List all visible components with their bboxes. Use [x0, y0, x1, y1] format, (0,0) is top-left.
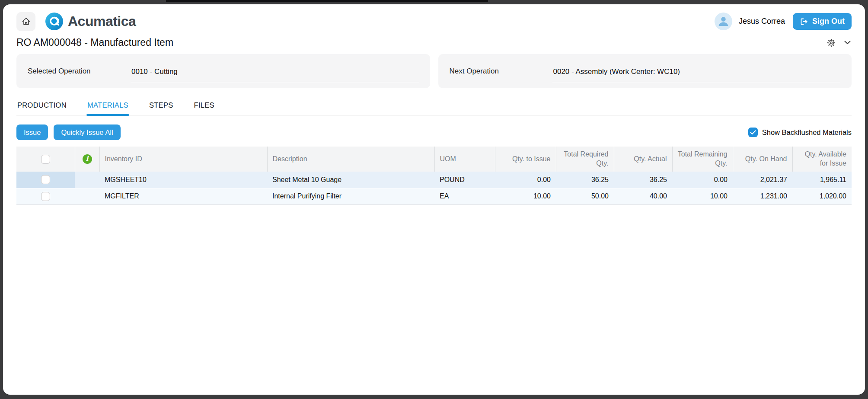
column-header-qty-available-for-issue[interactable]: Qty. Available for Issue	[792, 147, 852, 172]
sign-out-button[interactable]: Sign Out	[793, 13, 852, 30]
settings-gear-icon[interactable]	[826, 37, 837, 48]
column-header-description[interactable]: Description	[267, 147, 434, 172]
chevron-down-icon[interactable]	[843, 40, 852, 45]
next-operation-label: Next Operation	[450, 67, 552, 76]
row-checkbox[interactable]	[41, 175, 50, 184]
cell-qty-to-issue: 0.00	[495, 172, 556, 188]
operation-panels: Selected Operation 0010 - Cutting Next O…	[16, 54, 852, 88]
info-icon: i	[83, 154, 92, 164]
user-avatar-icon	[715, 13, 732, 30]
cell-total-remaining: 10.00	[672, 188, 733, 204]
header-row: i Inventory ID Description UOM Qty. to I…	[16, 147, 852, 172]
acumatica-logo-text: Acumatica	[68, 13, 136, 29]
home-icon	[21, 16, 31, 26]
cell-qty-available: 1,965.11	[792, 172, 852, 188]
table-row[interactable]: MGSHEET10 Sheet Metal 10 Guage POUND 0.0…	[16, 172, 852, 188]
tab-files[interactable]: FILES	[193, 101, 215, 115]
table-row[interactable]: MGFILTER Internal Purifying Filter EA 10…	[16, 188, 852, 204]
show-backflushed-label: Show Backflushed Materials	[762, 128, 852, 137]
selected-operation-value[interactable]: 0010 - Cutting	[131, 67, 419, 82]
top-bar: Acumatica Jesus Correa Sign Out	[16, 4, 852, 31]
show-backflushed-checkbox[interactable]	[748, 128, 758, 137]
row-info-cell	[75, 188, 99, 204]
column-header-info[interactable]: i	[75, 147, 99, 172]
column-header-select[interactable]	[16, 147, 75, 172]
select-all-checkbox[interactable]	[41, 155, 50, 164]
cell-total-required: 36.25	[556, 172, 614, 188]
cell-inventory-id: MGSHEET10	[99, 172, 267, 188]
row-info-cell	[75, 172, 99, 188]
user-avatar	[715, 13, 732, 30]
cell-qty-actual: 36.25	[614, 172, 672, 188]
acumatica-logo[interactable]: Acumatica	[45, 12, 136, 31]
cell-inventory-id: MGFILTER	[99, 188, 267, 204]
page-title: RO AM000048 - Manufactured Item	[16, 37, 173, 48]
tab-steps[interactable]: STEPS	[148, 101, 174, 115]
tab-materials[interactable]: MATERIALS	[86, 101, 129, 115]
show-backflushed-control: Show Backflushed Materials	[748, 128, 852, 137]
column-header-qty-actual[interactable]: Qty. Actual	[614, 147, 672, 172]
materials-grid: i Inventory ID Description UOM Qty. to I…	[16, 147, 852, 205]
title-actions	[826, 37, 852, 48]
column-header-qty-to-issue[interactable]: Qty. to Issue	[495, 147, 556, 172]
sign-out-label: Sign Out	[812, 17, 845, 26]
cell-qty-actual: 40.00	[614, 188, 672, 204]
next-operation-panel: Next Operation 0020 - Assembly (Work Cen…	[438, 54, 852, 88]
cell-qty-on-hand: 2,021.37	[733, 172, 792, 188]
row-checkbox[interactable]	[41, 192, 50, 201]
tab-production[interactable]: PRODUCTION	[16, 101, 67, 115]
cell-qty-on-hand: 1,231.00	[733, 188, 792, 204]
tab-bar: PRODUCTION MATERIALS STEPS FILES	[16, 101, 852, 115]
cell-total-required: 50.00	[556, 188, 614, 204]
cell-qty-to-issue: 10.00	[495, 188, 556, 204]
column-header-total-remaining-qty[interactable]: Total Remaining Qty.	[672, 147, 733, 172]
issue-button[interactable]: Issue	[16, 124, 48, 140]
next-operation-value[interactable]: 0020 - Assembly (Work Center: WC10)	[552, 67, 841, 82]
cell-description: Sheet Metal 10 Guage	[267, 172, 434, 188]
column-header-inventory-id[interactable]: Inventory ID	[99, 147, 267, 172]
browser-frame-notch	[166, 0, 488, 2]
selected-operation-label: Selected Operation	[28, 67, 131, 76]
user-name: Jesus Correa	[739, 17, 785, 26]
acumatica-logo-icon	[45, 12, 64, 31]
row-select-cell	[16, 172, 75, 188]
column-header-total-required-qty[interactable]: Total Required Qty.	[556, 147, 614, 172]
cell-uom: POUND	[434, 172, 495, 188]
column-header-uom[interactable]: UOM	[434, 147, 495, 172]
cell-total-remaining: 0.00	[672, 172, 733, 188]
quickly-issue-all-button[interactable]: Quickly Issue All	[54, 124, 120, 140]
cell-description: Internal Purifying Filter	[267, 188, 434, 204]
materials-toolbar: Issue Quickly Issue All Show Backflushed…	[16, 124, 852, 140]
home-button[interactable]	[16, 12, 35, 31]
cell-uom: EA	[434, 188, 495, 204]
selected-operation-panel: Selected Operation 0010 - Cutting	[16, 54, 430, 88]
row-select-cell	[16, 188, 75, 204]
cell-qty-available: 1,020.00	[792, 188, 852, 204]
app-window: Acumatica Jesus Correa Sign Out	[3, 4, 865, 395]
title-row: RO AM000048 - Manufactured Item	[16, 37, 852, 48]
column-header-qty-on-hand[interactable]: Qty. On Hand	[733, 147, 792, 172]
sign-out-icon	[800, 17, 808, 26]
